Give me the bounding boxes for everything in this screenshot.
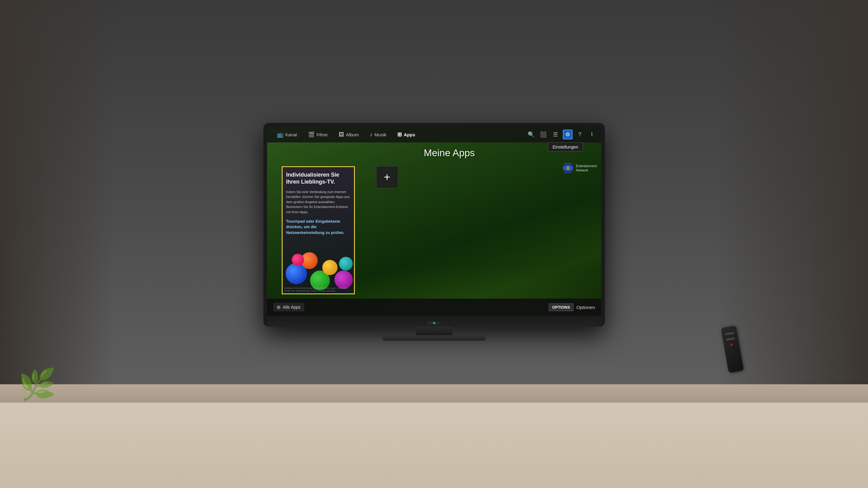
stand-neck <box>416 327 453 335</box>
apps-icon: ⊞ <box>397 131 402 138</box>
furniture-front <box>0 384 868 403</box>
promo-text-area: Individualisieren Sie Ihren Lieblings-TV… <box>283 167 354 240</box>
content-area: Individualisieren Sie Ihren Lieblings-TV… <box>267 163 601 297</box>
tv-bottom-bezel: SONY <box>267 316 601 327</box>
furniture-surface <box>0 384 868 488</box>
search-icon-btn[interactable]: 🔍 <box>526 130 536 140</box>
all-apps-button[interactable]: ⊞ Alle Apps <box>273 303 304 311</box>
page-title: Meine Apps <box>424 147 475 159</box>
tv-icon: 📺 <box>277 131 283 138</box>
input-icon-btn[interactable]: ⬛ <box>538 130 548 140</box>
network-icon-btn[interactable]: ⌇ <box>587 130 597 140</box>
photo-icon: 🖼 <box>339 131 344 138</box>
nav-label-album: Album <box>346 132 359 137</box>
nav-item-apps[interactable]: ⊞ Apps <box>392 129 421 140</box>
promo-panel: Individualisieren Sie Ihren Lieblings-TV… <box>282 166 370 297</box>
nav-right-icons: 🔍 ⬛ ☰ ⚙ ? ⌇ <box>526 130 597 140</box>
tv-screen: BRAVIA 📺 Kanal 🎬 Filme 🖼 Album ♪ Musik <box>267 127 601 316</box>
nav-label-filme: Filme <box>316 132 328 137</box>
nav-label-musik: Musik <box>374 132 386 137</box>
promo-cta: Touchpad oder Eingabetaste drücken, um d… <box>286 219 350 236</box>
tv-unit: BRAVIA 📺 Kanal 🎬 Filme 🖼 Album ♪ Musik <box>264 123 605 341</box>
options-key-badge: OPTIONS <box>549 303 574 311</box>
einstellungen-label: Einstellungen <box>553 145 578 149</box>
music-icon: ♪ <box>370 131 373 138</box>
nav-item-kanal[interactable]: 📺 Kanal <box>271 129 303 140</box>
tv-frame: BRAVIA 📺 Kanal 🎬 Filme 🖼 Album ♪ Musik <box>264 123 605 327</box>
film-icon: 🎬 <box>308 131 315 138</box>
nav-label-apps: Apps <box>404 132 415 137</box>
settings-icon-btn[interactable]: ⚙ <box>563 130 572 140</box>
plant-decoration: 🌿 <box>18 367 56 403</box>
nav-label-kanal: Kanal <box>285 132 297 137</box>
promo-headline: Individualisieren Sie Ihren Lieblings-TV… <box>286 172 350 186</box>
options-label: Optionen <box>577 305 595 310</box>
power-indicator <box>433 322 435 324</box>
all-apps-icon: ⊞ <box>277 305 280 310</box>
menu-icon-btn[interactable]: ☰ <box>551 130 560 140</box>
einstellungen-popup: Einstellungen <box>548 143 583 152</box>
all-apps-label: Alle Apps <box>283 305 301 310</box>
nav-item-filme[interactable]: 🎬 Filme <box>303 129 333 140</box>
bottom-bar: ⊞ Alle Apps OPTIONS Optionen <box>267 299 601 316</box>
options-area: OPTIONS Optionen <box>549 303 595 311</box>
stand-base <box>382 335 486 341</box>
promo-disclaimer: Breitband-Internetverbindung erforderlic… <box>284 287 352 292</box>
plus-icon: + <box>384 171 390 184</box>
nav-item-musik[interactable]: ♪ Musik <box>364 129 392 140</box>
nav-bar: 📺 Kanal 🎬 Filme 🖼 Album ♪ Musik ⊞ A <box>267 127 601 143</box>
help-icon-btn[interactable]: ? <box>575 130 585 140</box>
nav-item-album[interactable]: 🖼 Album <box>333 129 365 140</box>
promo-card: Individualisieren Sie Ihren Lieblings-TV… <box>282 166 355 294</box>
add-apps-button[interactable]: + <box>376 166 398 188</box>
tv-stand <box>382 327 486 341</box>
promo-body: Indem Sie eine Verbindung zum Internet h… <box>286 189 350 215</box>
apps-panel: + <box>370 163 601 297</box>
